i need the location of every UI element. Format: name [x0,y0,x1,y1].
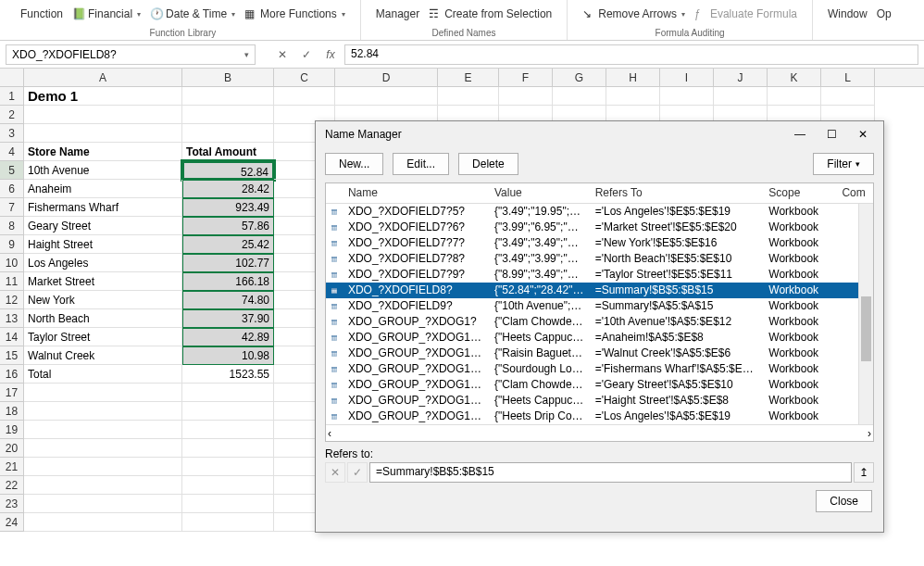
cell[interactable]: Geary Street [24,217,182,235]
cell[interactable]: 25.42 [182,235,274,254]
cell[interactable]: North Beach [24,309,182,328]
column-header[interactable]: K [768,69,821,86]
fx-button[interactable]: fx [320,45,341,64]
filter-dropdown[interactable]: Filter▾ [813,153,874,175]
cell[interactable]: Los Angeles [24,254,182,272]
formula-input[interactable]: 52.84 [344,44,918,65]
column-header[interactable]: F [499,69,553,86]
cell[interactable]: 74.80 [182,291,274,309]
column-header[interactable]: D [335,69,438,86]
row-header[interactable]: 9 [0,235,24,254]
cell[interactable] [335,87,438,106]
function-button[interactable]: Function [20,7,63,20]
row-header[interactable]: 4 [0,143,24,161]
column-header[interactable]: H [606,69,660,86]
cell[interactable]: Market Street [24,272,182,291]
table-row[interactable]: XDO_?XDOFIELD7?9?{"8.99";"3.49";"3.49...… [326,267,873,283]
column-header[interactable]: I [660,69,714,86]
cell[interactable]: 37.90 [182,309,274,328]
cell[interactable] [553,87,606,106]
column-header[interactable]: B [182,69,274,86]
cell[interactable]: 166.18 [182,272,274,291]
dialog-close-button[interactable]: Close [816,490,872,512]
new-button[interactable]: New... [325,153,383,175]
row-header[interactable]: 3 [0,124,24,143]
create-from-selection-button[interactable]: ☶Create from Selection [429,7,552,20]
cell[interactable]: Store Name [24,143,182,161]
row-header[interactable]: 11 [0,272,24,291]
cell[interactable] [24,106,182,124]
cell[interactable]: 57.86 [182,217,274,235]
cell[interactable]: Total [24,365,182,384]
column-header[interactable]: G [553,69,606,86]
column-header[interactable]: A [24,69,182,86]
table-row[interactable]: XDO_?XDOFIELD7?8?{"3.49";"3.99";"3.49...… [326,251,873,267]
row-header[interactable]: 23 [0,495,24,513]
cell[interactable]: Walnut Creek [24,346,182,365]
chevron-down-icon[interactable]: ▾ [244,50,249,59]
table-row[interactable]: XDO_GROUP_?XDOG1?3?{"Clam Chowder";"...=… [326,377,873,393]
cell[interactable]: 52.84 [182,161,274,180]
cell[interactable] [24,384,182,402]
table-row[interactable]: XDO_GROUP_?XDOG1?{"Clam Chowder";"...='1… [326,314,873,330]
row-header[interactable]: 6 [0,180,24,198]
cell[interactable] [660,87,714,106]
table-row[interactable]: XDO_?XDOFIELD7?6?{"3.99";"6.95";"2.99...… [326,220,873,235]
remove-arrows-dropdown[interactable]: ↘Remove Arrows [582,7,685,20]
table-row[interactable]: XDO_GROUP_?XDOG1?2?{"Sourdough Loav...='… [326,361,873,377]
cell[interactable]: Taylor Street [24,328,182,346]
row-header[interactable]: 10 [0,254,24,272]
column-header[interactable]: E [438,69,499,86]
window-button[interactable]: Window [828,7,868,20]
datetime-dropdown[interactable]: 🕐Date & Time [150,7,235,20]
cell[interactable] [182,421,274,439]
delete-button[interactable]: Delete [458,153,518,175]
row-header[interactable]: 21 [0,458,24,476]
row-header[interactable]: 20 [0,439,24,458]
cell[interactable] [24,458,182,476]
column-header[interactable]: C [274,69,335,86]
table-row[interactable]: XDO_?XDOFIELD9?{"10th Avenue";"A...=Summ… [326,298,873,314]
cell[interactable]: Demo 1 [24,87,182,106]
row-header[interactable]: 5 [0,161,24,180]
evaluate-formula-button[interactable]: ƒEvaluate Formula [694,7,797,20]
cell[interactable]: 10th Avenue [24,161,182,180]
cell[interactable] [182,458,274,476]
row-header[interactable]: 7 [0,198,24,217]
cell[interactable] [606,87,660,106]
refers-cancel-button[interactable]: ✕ [325,462,345,483]
minimize-button[interactable]: — [787,124,813,145]
cell[interactable]: Total Amount [182,143,274,161]
cell[interactable] [24,439,182,458]
cell[interactable] [182,513,274,532]
select-all-corner[interactable] [0,69,24,86]
cell[interactable]: 10.98 [182,346,274,365]
cell[interactable] [182,476,274,495]
accept-formula-button[interactable]: ✓ [296,45,317,64]
cell[interactable] [768,87,821,106]
cell[interactable] [182,124,274,143]
range-picker-button[interactable]: ↥ [854,462,874,483]
cell[interactable]: 28.42 [182,180,274,198]
row-header[interactable]: 1 [0,87,24,106]
column-header[interactable]: J [714,69,768,86]
vertical-scrollbar[interactable] [858,204,873,424]
refers-accept-button[interactable]: ✓ [347,462,368,483]
cell[interactable] [24,402,182,421]
table-row[interactable]: XDO_GROUP_?XDOG1?4?{"Heets Cappucin...='… [326,393,873,409]
row-header[interactable]: 19 [0,421,24,439]
cell[interactable] [714,87,768,106]
close-button[interactable]: ✕ [850,124,876,145]
row-header[interactable]: 22 [0,476,24,495]
more-functions-dropdown[interactable]: ▦More Functions [244,7,345,20]
edit-button[interactable]: Edit... [393,153,449,175]
cell[interactable] [274,87,335,106]
cell[interactable] [182,402,274,421]
table-row[interactable]: XDO_?XDOFIELD7?7?{"3.49";"3.49";"3.99...… [326,235,873,251]
cancel-formula-button[interactable]: ✕ [272,45,293,64]
row-header[interactable]: 15 [0,346,24,365]
cell[interactable]: 102.77 [182,254,274,272]
financial-dropdown[interactable]: 📗Financial [72,7,141,20]
cell[interactable] [24,421,182,439]
cell[interactable]: Fishermans Wharf [24,198,182,217]
